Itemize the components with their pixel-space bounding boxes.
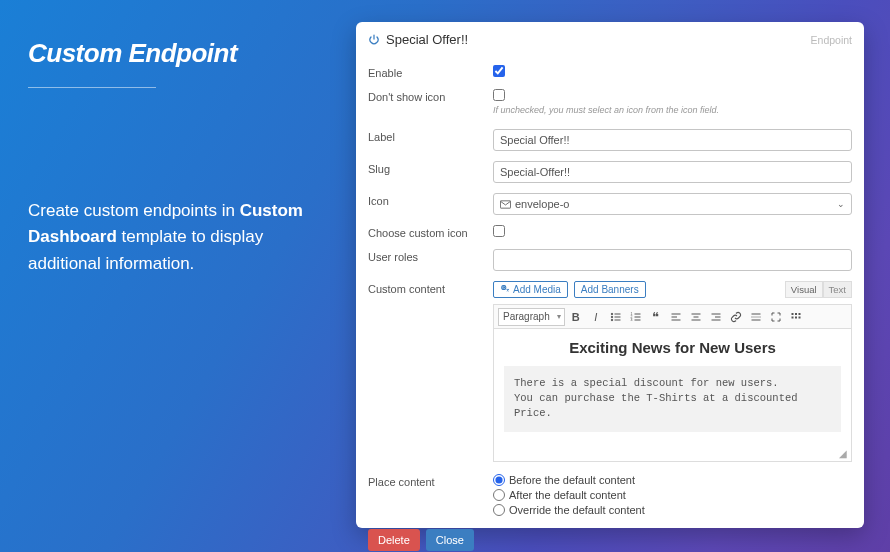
chevron-down-icon: ⌄ bbox=[837, 199, 845, 209]
page-title: Custom Endpoint bbox=[28, 38, 328, 69]
desc-pre: Create custom endpoints in bbox=[28, 201, 240, 220]
dont-show-icon-label: Don't show icon bbox=[368, 89, 493, 103]
editor-content-area[interactable]: Exciting News for New Users There is a s… bbox=[493, 328, 852, 462]
panel-type-tag: Endpoint bbox=[811, 34, 852, 46]
svg-rect-31 bbox=[795, 316, 797, 318]
place-before-option[interactable]: Before the default content bbox=[493, 474, 852, 486]
choose-custom-icon-label: Choose custom icon bbox=[368, 225, 493, 239]
content-line-2: You can purchase the T-Shirts at a disco… bbox=[514, 391, 831, 421]
place-before-radio[interactable] bbox=[493, 474, 505, 486]
align-center-button[interactable] bbox=[687, 308, 705, 326]
envelope-icon bbox=[500, 200, 511, 209]
label-field-label: Label bbox=[368, 129, 493, 143]
italic-button[interactable]: I bbox=[587, 308, 605, 326]
svg-rect-32 bbox=[798, 316, 800, 318]
choose-custom-icon-checkbox[interactable] bbox=[493, 225, 505, 237]
icon-label: Icon bbox=[368, 193, 493, 207]
svg-point-7 bbox=[611, 319, 613, 321]
tab-visual[interactable]: Visual bbox=[785, 281, 823, 298]
toolbar-toggle-button[interactable] bbox=[787, 308, 805, 326]
editor-toolbar: Paragraph B I 123 ❝ bbox=[493, 304, 852, 328]
place-override-option[interactable]: Override the default content bbox=[493, 504, 852, 516]
svg-rect-29 bbox=[798, 313, 800, 315]
custom-content-label: Custom content bbox=[368, 281, 493, 295]
svg-rect-27 bbox=[791, 313, 793, 315]
add-media-button[interactable]: Add Media bbox=[493, 281, 568, 298]
dont-show-icon-checkbox[interactable] bbox=[493, 89, 505, 101]
svg-rect-28 bbox=[795, 313, 797, 315]
place-after-radio[interactable] bbox=[493, 489, 505, 501]
place-content-label: Place content bbox=[368, 474, 493, 488]
svg-point-1 bbox=[503, 286, 505, 288]
delete-button[interactable]: Delete bbox=[368, 529, 420, 551]
panel-title: Special Offer!! bbox=[386, 32, 468, 47]
align-left-button[interactable] bbox=[667, 308, 685, 326]
place-override-label: Override the default content bbox=[509, 504, 645, 516]
add-banners-label: Add Banners bbox=[581, 284, 639, 295]
enable-checkbox[interactable] bbox=[493, 65, 505, 77]
content-preformatted: There is a special discount for new user… bbox=[504, 366, 841, 432]
place-after-label: After the default content bbox=[509, 489, 626, 501]
bold-button[interactable]: B bbox=[567, 308, 585, 326]
svg-point-3 bbox=[611, 313, 613, 315]
content-line-1: There is a special discount for new user… bbox=[514, 376, 831, 391]
svg-rect-30 bbox=[791, 316, 793, 318]
resize-handle-icon[interactable]: ◢ bbox=[839, 448, 847, 459]
endpoint-settings-panel: Special Offer!! Endpoint Enable Don't sh… bbox=[356, 22, 864, 528]
dont-show-icon-hint: If unchecked, you must select an icon fr… bbox=[493, 105, 852, 115]
align-right-button[interactable] bbox=[707, 308, 725, 326]
svg-text:3: 3 bbox=[630, 318, 632, 322]
link-button[interactable] bbox=[727, 308, 745, 326]
user-roles-input[interactable] bbox=[493, 249, 852, 271]
place-override-radio[interactable] bbox=[493, 504, 505, 516]
read-more-button[interactable] bbox=[747, 308, 765, 326]
icon-select-value: envelope-o bbox=[515, 198, 569, 210]
content-heading: Exciting News for New Users bbox=[504, 339, 841, 356]
fullscreen-button[interactable] bbox=[767, 308, 785, 326]
page-description: Create custom endpoints in Custom Dashbo… bbox=[28, 198, 328, 277]
add-media-label: Add Media bbox=[513, 284, 561, 295]
paragraph-select[interactable]: Paragraph bbox=[498, 308, 565, 326]
place-after-option[interactable]: After the default content bbox=[493, 489, 852, 501]
close-button[interactable]: Close bbox=[426, 529, 474, 551]
slug-label: Slug bbox=[368, 161, 493, 175]
place-before-label: Before the default content bbox=[509, 474, 635, 486]
numbered-list-button[interactable]: 123 bbox=[627, 308, 645, 326]
enable-label: Enable bbox=[368, 65, 493, 79]
slug-input[interactable] bbox=[493, 161, 852, 183]
svg-point-2 bbox=[502, 285, 506, 289]
title-underline bbox=[28, 87, 156, 88]
label-input[interactable] bbox=[493, 129, 852, 151]
add-banners-button[interactable]: Add Banners bbox=[574, 281, 646, 298]
icon-select[interactable]: envelope-o ⌄ bbox=[493, 193, 852, 215]
bullet-list-button[interactable] bbox=[607, 308, 625, 326]
quote-button[interactable]: ❝ bbox=[647, 308, 665, 326]
power-icon bbox=[368, 34, 380, 46]
user-roles-label: User roles bbox=[368, 249, 493, 263]
svg-point-5 bbox=[611, 316, 613, 318]
tab-text[interactable]: Text bbox=[823, 281, 852, 298]
